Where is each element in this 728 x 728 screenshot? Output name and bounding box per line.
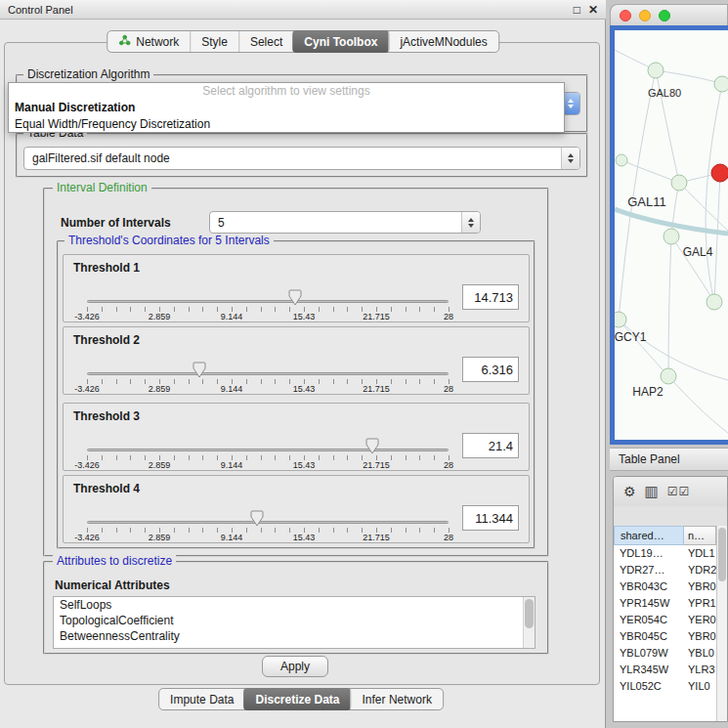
table-row[interactable]: YIL052CYIL0 — [614, 678, 716, 695]
slider-track[interactable] — [87, 521, 449, 524]
tick-label: -3.426 — [74, 384, 100, 394]
table-cell[interactable]: YER054C — [614, 612, 684, 628]
interval-definition-group-title: Interval Definition — [53, 181, 151, 194]
table-cell[interactable]: YBR0 — [684, 578, 716, 595]
list-scrollbar[interactable] — [523, 597, 535, 648]
tab-label: Network — [136, 35, 179, 49]
network-node[interactable] — [616, 154, 627, 166]
number-of-intervals-combobox[interactable]: 5 — [209, 211, 481, 234]
network-window-titlebar[interactable] — [610, 4, 728, 25]
tab-cyni-toolbox[interactable]: Cyni Toolbox — [292, 30, 389, 53]
algorithm-group-title: Discretization Algorithm — [23, 67, 153, 81]
network-node[interactable] — [664, 229, 679, 244]
slider-track[interactable] — [87, 372, 449, 375]
threshold-value-field[interactable]: 11.344 — [462, 505, 519, 531]
table-cell[interactable]: YBR0 — [684, 628, 716, 645]
tick-label: 28 — [444, 312, 453, 321]
float-window-icon[interactable]: □ — [574, 3, 580, 17]
table-cell[interactable]: YDL1 — [684, 545, 716, 562]
tab-label: Infer Network — [363, 693, 432, 707]
tab-jactivemnodules[interactable]: jActiveMNodules — [388, 31, 497, 52]
close-window-icon[interactable]: ✕ — [588, 3, 598, 17]
network-node[interactable] — [671, 175, 687, 191]
table-row[interactable]: YER054CYER0 — [614, 612, 716, 628]
table-cell[interactable]: YBL0 — [684, 645, 716, 662]
selected-red-node[interactable] — [711, 164, 728, 182]
control-panel-titlebar[interactable]: Control Panel □ ✕ — [0, 0, 606, 20]
column-header-name[interactable]: n… — [684, 526, 716, 545]
tab-label: Select — [250, 35, 282, 49]
dropdown-option-equal-width-frequency[interactable]: Equal Width/Frequency Discretization — [9, 116, 564, 133]
list-item[interactable]: SelfLoops — [54, 597, 535, 613]
apply-button[interactable]: Apply — [262, 656, 328, 677]
network-view-frame: GAL80 GAL11 GAL4 GCY1 HAP2 — [610, 25, 728, 445]
threshold-3-panel: Threshold 3 -3.426 2.859 9.144 15.43 21.… — [63, 403, 530, 471]
table-cell[interactable]: YDL19… — [614, 545, 684, 562]
table-cell[interactable]: YIL052C — [614, 678, 684, 695]
table-cell[interactable]: YBR045C — [614, 628, 684, 645]
zoom-traffic-light[interactable] — [659, 10, 670, 21]
table-cell[interactable]: YPR1 — [684, 595, 716, 612]
table-row[interactable]: YPR145WYPR1 — [614, 595, 716, 612]
combo-arrows-icon[interactable] — [561, 148, 579, 169]
network-node[interactable] — [714, 76, 728, 92]
tab-impute-data[interactable]: Impute Data — [159, 689, 244, 709]
gear-icon[interactable]: ⚙ — [623, 484, 636, 499]
list-item[interactable]: BetweennessCentrality — [54, 628, 535, 644]
select-none-checkbox-icon[interactable]: ☑ — [679, 485, 691, 498]
list-item[interactable]: TopologicalCoefficient — [54, 613, 535, 628]
tab-network[interactable]: Network — [107, 31, 190, 52]
table-row[interactable]: YBL079WYBL0 — [614, 645, 716, 662]
tab-infer-network[interactable]: Infer Network — [351, 689, 443, 709]
table-row[interactable]: YBR045CYBR0 — [614, 628, 716, 645]
table-cell[interactable]: YDR2 — [684, 562, 716, 578]
table-cell[interactable]: YPR145W — [614, 595, 684, 612]
scrollbar-thumb[interactable] — [525, 599, 534, 628]
scrollbar-thumb[interactable] — [718, 528, 726, 581]
table-panel-header[interactable]: Table Panel — [610, 448, 728, 471]
table-cell[interactable]: YDR27… — [614, 562, 684, 578]
tick-label: 28 — [444, 460, 453, 470]
threshold-1-panel: Threshold 1 -3.426 2.859 9.144 15.43 21.… — [63, 254, 530, 322]
column-header-shared-name[interactable]: shared… — [614, 526, 684, 545]
network-node[interactable] — [661, 368, 676, 384]
slider-thumb[interactable] — [288, 289, 302, 306]
tab-discretize-data[interactable]: Discretize Data — [243, 688, 351, 710]
slider-track[interactable] — [87, 300, 449, 303]
table-row[interactable]: YBR043CYBR0 — [614, 578, 716, 595]
threshold-value-field[interactable]: 21.4 — [462, 433, 519, 458]
table-cell[interactable]: YLR3 — [684, 662, 716, 678]
table-panel-title: Table Panel — [619, 452, 680, 466]
threshold-value-field[interactable]: 6.316 — [462, 357, 519, 382]
slider-track[interactable] — [87, 449, 449, 451]
minimize-traffic-light[interactable] — [639, 10, 651, 21]
columns-icon[interactable]: ▥ — [645, 483, 659, 500]
close-traffic-light[interactable] — [620, 10, 631, 21]
tab-style[interactable]: Style — [190, 31, 238, 52]
network-canvas[interactable]: GAL80 GAL11 GAL4 GCY1 HAP2 — [615, 30, 728, 440]
slider-thumb[interactable] — [193, 362, 206, 378]
threshold-4-panel: Threshold 4 -3.426 2.859 9.144 15.43 21.… — [63, 475, 530, 543]
table-scrollbar[interactable] — [716, 526, 727, 721]
table-cell[interactable]: YIL0 — [684, 678, 716, 695]
table-cell[interactable]: YBL079W — [614, 645, 684, 662]
table-row[interactable]: YDR27…YDR2 — [614, 562, 716, 578]
tab-select[interactable]: Select — [238, 31, 293, 52]
network-node[interactable] — [648, 63, 664, 78]
table-cell[interactable]: YER0 — [684, 612, 716, 628]
slider-thumb[interactable] — [250, 510, 264, 527]
slider-thumb[interactable] — [365, 438, 379, 454]
table-cell[interactable]: YLR345W — [614, 662, 684, 678]
combo-arrows-icon[interactable] — [461, 212, 480, 233]
threshold-label: Threshold 1 — [73, 261, 140, 275]
network-node[interactable] — [707, 294, 722, 310]
table-header-row: shared… n… — [614, 526, 716, 545]
select-all-checkbox-icon[interactable]: ☑ — [667, 485, 679, 498]
table-cell[interactable]: YBR043C — [614, 578, 684, 595]
network-node[interactable] — [615, 312, 626, 327]
table-row[interactable]: YLR345WYLR3 — [614, 662, 716, 678]
dropdown-option-manual-discretization[interactable]: Manual Discretization — [9, 100, 564, 116]
table-row[interactable]: YDL19…YDL1 — [614, 545, 716, 562]
threshold-value-field[interactable]: 14.713 — [462, 284, 519, 310]
table-data-combobox[interactable]: galFiltered.sif default node — [23, 147, 580, 170]
